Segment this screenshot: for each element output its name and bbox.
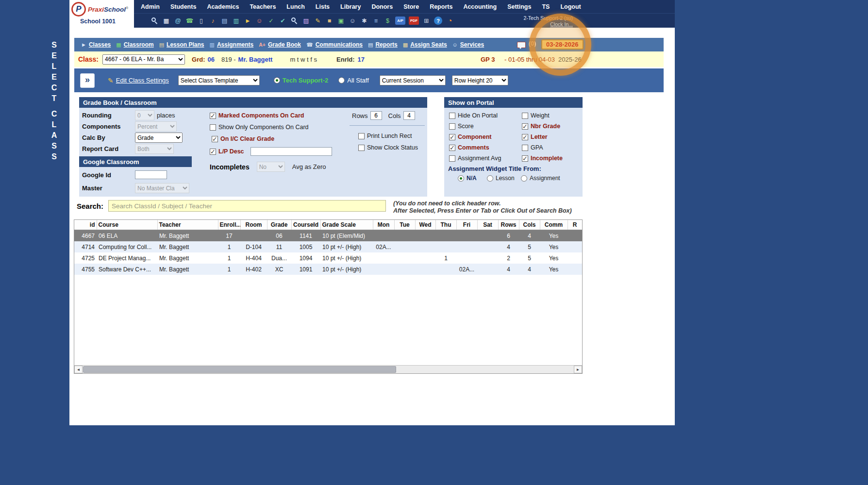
announcements-icon[interactable]: ► (244, 17, 252, 25)
components-select[interactable]: Percent (135, 121, 177, 132)
incompletes-select[interactable]: No (257, 162, 285, 172)
calc-by-select[interactable]: Grade (135, 133, 183, 143)
on-ic-clear-grade-checkbox[interactable] (212, 136, 218, 142)
class-template-select[interactable]: Select Class Template (178, 75, 260, 85)
nav-accounting[interactable]: Accounting (463, 3, 497, 10)
cards-icon[interactable]: ▨ (302, 17, 310, 25)
table-row[interactable]: 4667 06 ELA Mr. Baggett 17 06 1141 10 pt… (74, 230, 582, 242)
column-header[interactable]: R (568, 220, 582, 230)
column-header[interactable]: Room (240, 220, 267, 230)
scroll-left-button[interactable]: ◄ (74, 366, 83, 373)
tab-classes[interactable]: ►Classes (81, 41, 111, 48)
tab-grade-book[interactable]: A+Grade Book (259, 41, 301, 48)
marked-components-checkbox[interactable] (210, 113, 216, 119)
nav-settings[interactable]: Settings (507, 3, 531, 10)
hide-on-portal-checkbox[interactable] (449, 113, 455, 119)
chat-icon[interactable] (517, 42, 526, 48)
date-button[interactable]: 03-28-2026 (541, 39, 584, 50)
nbr-grade-checkbox[interactable] (522, 123, 528, 130)
scrollbar-thumb[interactable] (83, 366, 396, 373)
approve-icon[interactable]: ✔ (279, 17, 287, 25)
show-clock-status-checkbox[interactable] (358, 145, 365, 151)
nav-logout[interactable]: Logout (560, 3, 581, 10)
edit-class-settings-link[interactable]: ✎Edit Class Settings (108, 77, 169, 84)
tab-classroom[interactable]: ▦Classroom (116, 41, 153, 48)
nav-reports[interactable]: Reports (430, 3, 452, 10)
tab-assignments[interactable]: ▥Assignments (209, 41, 253, 48)
tools-icon[interactable]: ✱ (360, 17, 368, 25)
column-header[interactable]: Grade (267, 220, 291, 230)
print-icon[interactable]: ⊞ (422, 17, 431, 25)
rounding-select[interactable]: 0 (135, 110, 154, 120)
accounts-payable-icon[interactable]: A/P (395, 17, 405, 25)
column-header[interactable]: Tue (394, 220, 415, 230)
people-icon[interactable]: ☺ (349, 17, 357, 25)
pdf-icon[interactable]: PDF (409, 17, 419, 25)
cols-input[interactable] (403, 111, 415, 120)
column-header[interactable]: Sat (477, 220, 498, 230)
calendar-icon[interactable]: ▦ (162, 17, 170, 25)
notes-icon[interactable]: ✎ (314, 17, 322, 25)
column-header[interactable]: Course (97, 220, 157, 230)
tab-lesson-plans[interactable]: ▤Lesson Plans (159, 41, 204, 48)
class-search-input[interactable] (108, 200, 386, 212)
assignment-avg-checkbox[interactable] (449, 155, 455, 162)
widget-na-option[interactable]: N/A (458, 175, 477, 182)
tab-communications[interactable]: ☎Communications (306, 41, 363, 48)
column-header[interactable]: Rows (498, 220, 519, 230)
nav-admin[interactable]: Admin (141, 3, 160, 10)
score-checkbox[interactable] (449, 123, 455, 130)
weight-checkbox[interactable] (522, 113, 528, 119)
nav-ts[interactable]: TS (542, 3, 550, 10)
chat-count[interactable]: (0) (529, 40, 536, 47)
table-row[interactable]: 4725 DE Project Manag... Mr. Baggett 1 H… (74, 252, 582, 264)
staff-radio[interactable]: Tech Support-2 (274, 77, 328, 84)
column-header[interactable]: Wed (415, 220, 435, 230)
attendance-icon[interactable]: ✓ (267, 17, 275, 25)
table-row[interactable]: 4755 Software Dev C++... Mr. Baggett 1 H… (74, 264, 582, 275)
column-header[interactable]: Cols (519, 220, 540, 230)
schedule-icon[interactable]: ▤ (220, 17, 229, 25)
money-icon[interactable]: $ (384, 17, 392, 25)
clock-in-link[interactable]: Clock In... (550, 21, 573, 27)
mobile-icon[interactable]: ▯ (197, 17, 205, 25)
letter-checkbox[interactable] (522, 134, 528, 140)
column-header[interactable]: CourseId (291, 220, 320, 230)
column-header[interactable]: Teacher (157, 220, 218, 230)
nav-lunch[interactable]: Lunch (286, 3, 305, 10)
tab-reports[interactable]: ▤Reports (368, 41, 398, 48)
table-header-row[interactable]: id Course Teacher Enroll... Room Grade C… (74, 220, 582, 230)
nav-lists[interactable]: Lists (316, 3, 330, 10)
widget-assignment-option[interactable]: Assignment (521, 175, 560, 182)
sound-icon[interactable]: ♪ (209, 17, 217, 25)
show-only-components-checkbox[interactable] (210, 124, 216, 131)
comments-checkbox[interactable] (449, 145, 455, 151)
folder-icon[interactable]: ■ (325, 17, 334, 25)
nav-library[interactable]: Library (340, 3, 361, 10)
incomplete-checkbox[interactable] (522, 155, 528, 162)
time-clock-icon[interactable]: ◔ (446, 17, 454, 25)
rows-input[interactable] (370, 111, 382, 120)
table-row[interactable]: 4714 Computing for Coll... Mr. Baggett 1… (74, 241, 582, 252)
component-checkbox[interactable] (449, 134, 455, 140)
row-height-select[interactable]: Row Height 20 (452, 75, 508, 85)
column-header[interactable]: Fri (456, 220, 477, 230)
master-class-select[interactable]: No Master Cla (135, 183, 189, 193)
class-select[interactable]: 4667 - 06 ELA - Mr. Ba (102, 54, 185, 65)
google-id-input[interactable] (135, 170, 167, 179)
nav-teachers[interactable]: Teachers (250, 3, 276, 10)
column-header[interactable]: Comm (540, 220, 568, 230)
report-card-select[interactable]: Both (135, 144, 174, 154)
planner-icon[interactable]: ▥ (232, 17, 240, 25)
column-header[interactable]: id (74, 220, 97, 230)
column-header[interactable]: Enroll... (218, 220, 240, 230)
column-header[interactable]: Thu (435, 220, 456, 230)
tab-assign-seats[interactable]: ▩Assign Seats (403, 41, 447, 48)
expand-button[interactable]: » (80, 73, 95, 88)
lp-desc-input[interactable] (250, 147, 332, 156)
column-header[interactable]: Grade Scale (320, 220, 373, 230)
nav-donors[interactable]: Donors (371, 3, 393, 10)
nav-academics[interactable]: Academics (207, 3, 239, 10)
gifts-icon[interactable]: ▣ (337, 17, 345, 25)
nav-store[interactable]: Store (403, 3, 419, 10)
